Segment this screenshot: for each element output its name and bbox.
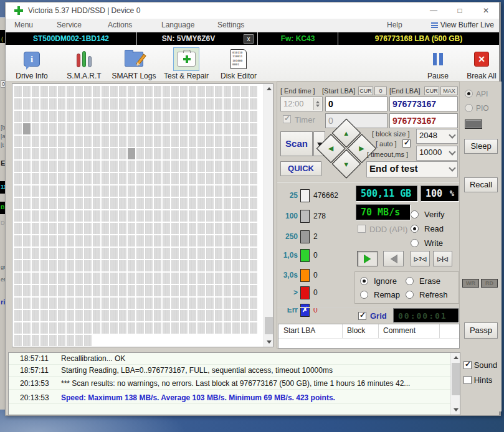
- sound-checkbox[interactable]: [464, 361, 472, 369]
- scan-block: [189, 322, 196, 334]
- ignore-radio[interactable]: [360, 277, 368, 285]
- scan-block: [232, 298, 240, 309]
- timeout-combo[interactable]: 10000: [416, 146, 458, 161]
- remap-radio[interactable]: [360, 291, 368, 299]
- maximize-button[interactable]: □: [447, 2, 473, 19]
- scan-block: [232, 111, 240, 122]
- erase-radio[interactable]: [406, 277, 414, 285]
- grid-checkbox[interactable]: [358, 312, 366, 320]
- scan-block: [197, 248, 205, 259]
- play-forward-button[interactable]: [357, 251, 378, 266]
- scan-block: [67, 148, 74, 159]
- scrollbar-thumb[interactable]: [452, 363, 460, 395]
- scan-block: [49, 260, 57, 271]
- pio-option[interactable]: PIO: [465, 102, 489, 113]
- sleep-button[interactable]: Sleep: [464, 139, 498, 154]
- scan-block: [75, 273, 83, 284]
- scan-block: [58, 136, 65, 147]
- timer-checkbox[interactable]: [283, 115, 291, 123]
- scan-block: [154, 322, 161, 334]
- scan-block: [136, 273, 144, 284]
- drive-info-button[interactable]: i Drive Info: [6, 47, 58, 80]
- smart-logs-button[interactable]: SMART Logs: [108, 47, 160, 80]
- passp-button[interactable]: Passp: [464, 322, 498, 339]
- scan-block: [119, 161, 126, 172]
- timer-input[interactable]: 0: [325, 113, 388, 128]
- block-size-combo[interactable]: 2048: [416, 129, 458, 144]
- scan-block: [241, 148, 249, 159]
- scan-block: [32, 210, 39, 222]
- scan-block: [84, 335, 92, 346]
- scroll-up-icon[interactable]: [451, 353, 460, 362]
- smart-button[interactable]: S.M.A.R.T: [58, 47, 110, 80]
- wr-button[interactable]: WR: [462, 279, 479, 288]
- end-of-test-combo[interactable]: End of test: [366, 161, 458, 177]
- ddd-api-checkbox[interactable]: [358, 225, 366, 233]
- scan-block: [224, 86, 231, 97]
- view-buffer-live[interactable]: View Buffer Live: [431, 21, 494, 29]
- stat-color-box: [300, 269, 310, 282]
- scan-button[interactable]: Scan: [280, 131, 313, 156]
- start-lba-zero-button[interactable]: 0: [374, 87, 387, 95]
- menu-item-language[interactable]: Language: [161, 21, 194, 29]
- hints-checkbox[interactable]: [464, 376, 472, 384]
- auto-checkbox[interactable]: [402, 139, 411, 148]
- seek-end-button[interactable]: ▷|◁: [433, 251, 452, 266]
- scrollbar-thumb[interactable]: [265, 317, 273, 334]
- menu-item-settings[interactable]: Settings: [217, 21, 244, 29]
- scan-block: [154, 210, 161, 222]
- scan-block: [250, 248, 257, 259]
- scan-block: [250, 285, 257, 296]
- scan-block: [32, 248, 39, 259]
- refresh-radio[interactable]: [406, 291, 414, 299]
- end-lba-input-2[interactable]: 976773167: [389, 113, 458, 128]
- start-lba-cur-button[interactable]: CUR: [358, 87, 373, 95]
- spinner-arrows-icon[interactable]: [313, 98, 321, 110]
- scan-block: [67, 285, 74, 296]
- scan-block: [58, 298, 65, 309]
- recall-button[interactable]: Recall: [464, 177, 498, 192]
- api-option[interactable]: API: [465, 88, 488, 99]
- play-backward-button[interactable]: [383, 251, 404, 266]
- end-lba-input[interactable]: 976773167: [389, 96, 458, 111]
- pio-radio[interactable]: [465, 104, 473, 112]
- end-time-spinner[interactable]: 12:00: [280, 96, 323, 111]
- close-button[interactable]: ✕: [473, 2, 499, 19]
- scroll-down-icon[interactable]: [451, 405, 460, 415]
- log-scrollbar[interactable]: [450, 353, 460, 415]
- disk-editor-button[interactable]: 010110 110011 101000 0001 Disk Editor: [212, 47, 265, 80]
- verify-radio[interactable]: [411, 210, 419, 218]
- scan-block: [84, 123, 92, 134]
- scan-block: [102, 148, 109, 159]
- end-lba-max-button[interactable]: MAX: [440, 87, 458, 95]
- test-repair-button[interactable]: Test & Repair: [160, 47, 212, 80]
- break-all-button[interactable]: ✕ Break All: [455, 47, 504, 80]
- read-radio[interactable]: [411, 225, 419, 233]
- write-radio[interactable]: [411, 239, 419, 247]
- scan-grid-scrollbar[interactable]: [264, 84, 273, 347]
- drivebar-close-button[interactable]: x: [244, 34, 254, 44]
- start-lba-input[interactable]: 0: [325, 96, 388, 111]
- hints-option[interactable]: Hints: [464, 375, 492, 385]
- menu-item-help[interactable]: Help: [387, 21, 402, 29]
- api-radio[interactable]: [465, 90, 473, 98]
- scroll-down-icon[interactable]: [264, 337, 273, 347]
- end-lba-cur-button[interactable]: CUR: [424, 87, 439, 95]
- minimize-button[interactable]: —: [421, 2, 447, 19]
- scan-block: [154, 161, 161, 172]
- quick-button[interactable]: QUICK: [280, 161, 321, 176]
- menu-item-actions[interactable]: Actions: [108, 21, 132, 29]
- scan-block: [163, 173, 170, 184]
- title-bar[interactable]: Victoria 5.37 HDD/SSD | Device 0 — □ ✕: [6, 2, 499, 19]
- scan-block: [75, 260, 83, 271]
- scroll-up-icon[interactable]: [264, 84, 273, 93]
- scan-block: [128, 185, 135, 197]
- scan-block: [119, 310, 126, 321]
- menu-item-service[interactable]: Service: [57, 21, 82, 29]
- rd-button[interactable]: RD: [481, 279, 498, 288]
- menu-item-menu[interactable]: Menu: [14, 21, 33, 29]
- sound-option[interactable]: Sound: [464, 360, 497, 370]
- seek-error-button[interactable]: ▷?◁: [411, 251, 430, 266]
- scan-block: [154, 185, 161, 197]
- scan-block: [206, 198, 214, 209]
